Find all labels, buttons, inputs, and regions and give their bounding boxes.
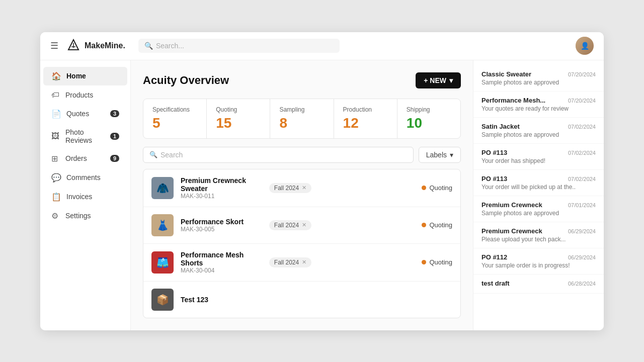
stat-production[interactable]: Production 12 — [334, 99, 397, 138]
hamburger-icon[interactable]: ☰ — [50, 40, 58, 51]
comments-icon: 💬 — [51, 173, 61, 183]
product-search-input[interactable] — [160, 151, 407, 159]
tag-remove-icon[interactable]: ✕ — [302, 185, 306, 191]
activity-title: PO #112 — [481, 253, 507, 261]
sidebar-item-invoices[interactable]: 📋 Invoices — [43, 188, 127, 206]
activity-title: PO #113 — [481, 149, 507, 156]
content-header: Acuity Overview + NEW ▾ — [143, 72, 461, 88]
search-icon: 🔍 — [149, 151, 157, 158]
thumb-placeholder: 🩳 — [151, 251, 174, 274]
home-icon: 🏠 — [51, 71, 61, 81]
app-window: ☰ MakeMine. 🔍 👤 🏠 Home 🏷 — [40, 32, 604, 330]
tag-remove-icon[interactable]: ✕ — [302, 222, 306, 228]
list-item[interactable]: PO #112 06/29/2024 Your sample order is … — [473, 248, 604, 275]
list-item[interactable]: Premium Crewneck 07/01/2024 Sample photo… — [473, 196, 604, 222]
photo-reviews-badge: 1 — [110, 133, 119, 140]
activity-desc: Your order has shipped! — [481, 157, 596, 164]
activity-desc: Your sample order is in progress! — [481, 262, 596, 269]
list-item[interactable]: Premium Crewneck 06/29/2024 Please uploa… — [473, 222, 604, 248]
table-row[interactable]: 🩳 Performance Mesh Shorts MAK-30-004 Fal… — [143, 244, 460, 282]
sidebar-item-orders[interactable]: ⊞ Orders 9 — [43, 149, 127, 168]
sidebar-item-settings[interactable]: ⚙ Settings — [43, 207, 127, 225]
product-sku: MAK-30-004 — [181, 267, 262, 274]
orders-badge: 9 — [110, 155, 119, 162]
status-label: Quoting — [429, 221, 452, 229]
sidebar-item-comments[interactable]: 💬 Comments — [43, 168, 127, 187]
activity-date: 07/01/2024 — [568, 202, 596, 208]
status-dot — [422, 260, 426, 264]
sidebar-item-home[interactable]: 🏠 Home — [43, 67, 127, 85]
products-icon: 🏷 — [51, 90, 60, 100]
status-label: Quoting — [429, 258, 452, 266]
product-name: Performance Skort — [181, 218, 262, 226]
product-tag[interactable]: Fall 2024 ✕ — [269, 183, 311, 193]
thumb-placeholder: 🧥 — [151, 177, 174, 199]
sidebar-item-products[interactable]: 🏷 Products — [43, 86, 127, 104]
activity-title: Satin Jacket — [481, 123, 520, 130]
stat-label-quoting: Quoting — [216, 106, 261, 113]
activity-panel: Classic Sweater 07/20/2024 Sample photos… — [473, 60, 604, 330]
logo-icon — [66, 39, 80, 53]
product-search-bar[interactable]: 🔍 — [143, 147, 414, 163]
stat-sampling[interactable]: Sampling 8 — [270, 99, 334, 138]
status-label: Quoting — [429, 184, 452, 192]
list-item[interactable]: PO #113 07/02/2024 Your order will be pi… — [473, 170, 604, 196]
stat-value-quoting: 15 — [216, 115, 261, 131]
activity-desc: Sample photos are approved — [481, 131, 596, 138]
stat-label-shipping: Shipping — [407, 106, 451, 113]
product-info: Test 123 — [181, 296, 313, 304]
activity-date: 06/29/2024 — [568, 254, 596, 260]
new-button[interactable]: + NEW ▾ — [416, 72, 461, 88]
stat-shipping[interactable]: Shipping 10 — [397, 99, 460, 138]
labels-button[interactable]: Labels ▾ — [419, 147, 461, 163]
quotes-icon: 📄 — [51, 109, 61, 119]
status-dot — [422, 186, 426, 190]
top-bar: ☰ MakeMine. 🔍 👤 — [40, 32, 604, 60]
activity-desc: Sample photos are approved — [481, 210, 596, 217]
sidebar-label-comments: Comments — [66, 173, 101, 182]
logo-text: MakeMine. — [85, 41, 125, 50]
activity-date: 07/20/2024 — [568, 98, 596, 104]
table-row[interactable]: 👗 Performance Skort MAK-30-005 Fall 2024… — [143, 207, 460, 244]
product-info: Performance Mesh Shorts MAK-30-004 — [181, 251, 262, 274]
sidebar-item-photo-reviews[interactable]: 🖼 Photo Reviews 1 — [43, 124, 127, 149]
list-item[interactable]: Performance Mesh... 07/20/2024 Your quot… — [473, 92, 604, 118]
logo: MakeMine. — [66, 39, 125, 53]
product-status: Quoting — [407, 184, 452, 192]
list-item[interactable]: test draft 06/28/2024 — [473, 275, 604, 294]
stat-label-sampling: Sampling — [279, 106, 324, 113]
list-item[interactable]: Classic Sweater 07/20/2024 Sample photos… — [473, 65, 604, 92]
main-layout: 🏠 Home 🏷 Products 📄 Quotes 3 🖼 Photo Rev… — [40, 60, 604, 330]
search-icon: 🔍 — [144, 42, 153, 50]
activity-date: 07/02/2024 — [568, 150, 596, 156]
avatar[interactable]: 👤 — [576, 37, 594, 55]
product-sku: MAK-30-011 — [181, 193, 262, 200]
sidebar-item-quotes[interactable]: 📄 Quotes 3 — [43, 105, 127, 123]
table-row[interactable]: 📦 Test 123 — [143, 282, 460, 318]
product-thumbnail: 📦 — [151, 289, 174, 311]
orders-icon: ⊞ — [51, 154, 60, 163]
activity-desc: Sample photos are approved — [481, 79, 596, 86]
status-dot — [422, 223, 426, 227]
stat-quoting[interactable]: Quoting 15 — [207, 99, 270, 138]
global-search-bar[interactable]: 🔍 — [138, 39, 340, 53]
products-list: 🧥 Premium Crewneck Sweater MAK-30-011 Fa… — [143, 169, 461, 318]
list-item[interactable]: PO #113 07/02/2024 Your order has shippe… — [473, 144, 604, 170]
stat-specifications[interactable]: Specifications 5 — [143, 99, 207, 138]
sidebar-label-home: Home — [66, 72, 86, 80]
stat-value-shipping: 10 — [407, 115, 451, 131]
tag-remove-icon[interactable]: ✕ — [302, 259, 306, 265]
list-item[interactable]: Satin Jacket 07/02/2024 Sample photos ar… — [473, 118, 604, 144]
product-tag[interactable]: Fall 2024 ✕ — [269, 257, 311, 267]
activity-date: 07/20/2024 — [568, 71, 596, 77]
sidebar: 🏠 Home 🏷 Products 📄 Quotes 3 🖼 Photo Rev… — [40, 60, 131, 330]
activity-title: Classic Sweater — [481, 70, 531, 78]
product-tag[interactable]: Fall 2024 ✕ — [269, 220, 311, 230]
product-info: Premium Crewneck Sweater MAK-30-011 — [181, 176, 262, 200]
chevron-down-icon: ▾ — [450, 151, 453, 159]
global-search-input[interactable] — [156, 42, 334, 50]
invoices-icon: 📋 — [51, 192, 61, 202]
table-row[interactable]: 🧥 Premium Crewneck Sweater MAK-30-011 Fa… — [143, 169, 460, 207]
sidebar-label-products: Products — [65, 91, 93, 99]
activity-title: Performance Mesh... — [481, 97, 545, 104]
